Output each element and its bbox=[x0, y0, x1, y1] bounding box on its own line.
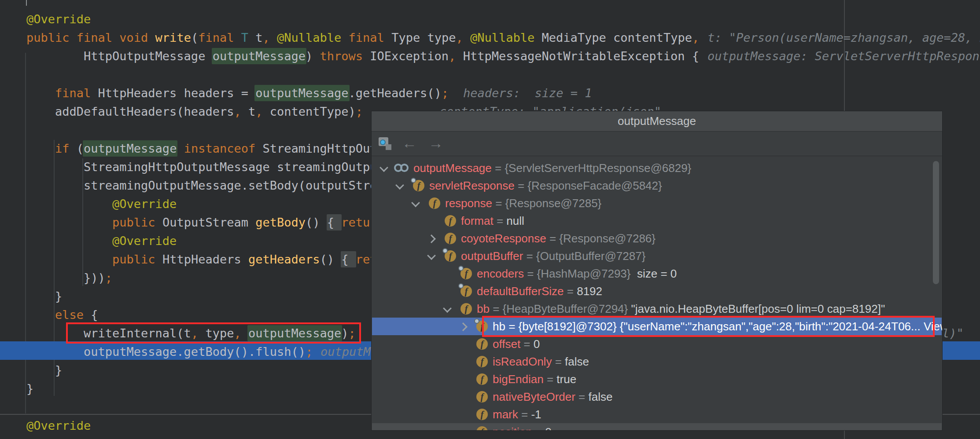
code-segment: public bbox=[112, 252, 155, 266]
variable-row-format[interactable]: fformat = null bbox=[372, 212, 942, 230]
code-line[interactable]: else { bbox=[26, 306, 98, 324]
icon-shape bbox=[386, 144, 391, 150]
code-segment bbox=[341, 31, 348, 44]
variable-value: null bbox=[506, 214, 524, 227]
inline-debugger-hint: outputMessage: ServletServerHttpRespons bbox=[707, 47, 980, 66]
code-line[interactable]: final HttpHeaders headers = outputMessag… bbox=[26, 84, 449, 102]
expanded-chevron-icon[interactable] bbox=[379, 163, 388, 172]
field-icon: f bbox=[476, 338, 488, 350]
variable-name: response bbox=[445, 197, 492, 210]
code-line[interactable]: @Override bbox=[26, 10, 91, 29]
expanded-chevron-icon[interactable] bbox=[411, 198, 420, 207]
code-line[interactable]: protected abstract void writeInternal(T … bbox=[26, 435, 714, 439]
code-line[interactable]: @Override bbox=[26, 417, 91, 435]
variable-reference-value: {ResponseFacade@5842} bbox=[527, 179, 662, 192]
expanded-chevron-icon[interactable] bbox=[427, 251, 436, 260]
variable-reference-value: {Response@7286} bbox=[559, 232, 656, 245]
variables-view-icon[interactable] bbox=[379, 137, 393, 150]
code-segment bbox=[26, 86, 55, 100]
variable-value: size = 0 bbox=[630, 267, 677, 280]
variable-value: false bbox=[589, 390, 613, 403]
expanded-chevron-icon[interactable] bbox=[443, 304, 452, 313]
variable-row-isReadOnly[interactable]: fisReadOnly = false bbox=[372, 353, 942, 370]
code-segment: @Nullable bbox=[470, 31, 534, 44]
collapsed-chevron-icon[interactable] bbox=[459, 322, 468, 331]
code-segment bbox=[463, 31, 470, 44]
variable-row-offset[interactable]: foffset = 0 bbox=[372, 335, 942, 353]
code-line[interactable]: } bbox=[26, 361, 62, 380]
code-line[interactable]: } bbox=[26, 380, 33, 398]
variable-name: bb bbox=[477, 302, 490, 315]
code-line[interactable]: @Override bbox=[26, 195, 177, 213]
back-arrow-icon[interactable]: ← bbox=[401, 132, 418, 156]
forward-arrow-icon[interactable]: → bbox=[427, 132, 445, 156]
code-segment: .getHeaders() bbox=[349, 86, 442, 100]
code-line[interactable]: outputMessage.getBody().flush(); bbox=[26, 343, 313, 361]
code-segment: Type type bbox=[384, 31, 456, 44]
code-segment: HttpMessageNotWritableException { bbox=[456, 49, 699, 63]
variable-text: bb = {HeapByteBuffer@7294} "java.nio.Hea… bbox=[477, 300, 885, 318]
variable-row-bigEndian[interactable]: fbigEndian = true bbox=[372, 370, 942, 388]
inline-debugger-hint: l)" bbox=[942, 324, 964, 343]
collapsed-chevron-icon[interactable] bbox=[427, 234, 436, 243]
pin-icon bbox=[458, 283, 464, 289]
field-icon: f bbox=[445, 233, 456, 244]
variable-row-mark[interactable]: fmark = -1 bbox=[372, 406, 942, 423]
code-line[interactable]: public final void write(final T t, @Null… bbox=[26, 29, 699, 47]
code-segment: getHeaders bbox=[248, 252, 320, 266]
variable-row-bb[interactable]: fbb = {HeapByteBuffer@7294} "java.nio.He… bbox=[372, 300, 942, 318]
variable-name: encoders bbox=[477, 267, 524, 280]
equals-sign: = bbox=[490, 302, 503, 315]
equals-sign: = bbox=[546, 232, 560, 245]
popup-scrollbar-thumb[interactable] bbox=[933, 161, 939, 284]
variable-row-servletResponse[interactable]: fservletResponse = {ResponseFacade@5842} bbox=[372, 177, 942, 194]
variable-value: 8192 bbox=[577, 285, 602, 298]
variable-name: isReadOnly bbox=[493, 355, 552, 368]
code-segment: ) bbox=[306, 49, 320, 63]
variable-row-defaultBufferSize[interactable]: fdefaultBufferSize = 8192 bbox=[372, 282, 942, 300]
occurrence-highlight: outputMessage bbox=[254, 85, 349, 101]
popup-title-bar[interactable]: outputMessage bbox=[372, 111, 942, 132]
variable-text: defaultBufferSize = 8192 bbox=[477, 282, 602, 300]
code-line[interactable]: addDefaultHeaders(headers, t, contentTyp… bbox=[26, 102, 363, 121]
code-segment: () bbox=[320, 252, 342, 266]
variable-row-outputBuffer[interactable]: foutputBuffer = {OutputBuffer@7287} bbox=[372, 247, 942, 265]
variable-row-coyoteResponse[interactable]: fcoyoteResponse = {Response@7286} bbox=[372, 230, 942, 247]
variable-name: defaultBufferSize bbox=[477, 285, 564, 298]
ide-screenshot: { "theme": { "editor_bg": "#2b2d2f", "ke… bbox=[0, 0, 980, 439]
expanded-chevron-icon[interactable] bbox=[395, 181, 404, 190]
code-segment: , bbox=[320, 437, 327, 439]
code-segment bbox=[26, 216, 112, 229]
variable-row-position[interactable]: fposition = 0 bbox=[372, 423, 942, 431]
code-line[interactable]: @Override bbox=[26, 232, 177, 250]
variable-reference-value: {OutputBuffer@7287} bbox=[536, 249, 646, 263]
equals-sign: = bbox=[552, 355, 565, 368]
variable-row-response[interactable]: fresponse = {Response@7285} bbox=[372, 194, 942, 212]
debugger-inspect-popup[interactable]: outputMessage ← → outputMessage = {Servl… bbox=[371, 111, 943, 431]
variable-reference-value: {HashMap@7293} bbox=[537, 267, 631, 280]
variable-row-nativeByteOrder[interactable]: fnativeByteOrder = false bbox=[372, 388, 942, 406]
code-segment: outputMessage.getBody().flush() bbox=[26, 345, 306, 359]
code-segment: @Nullable bbox=[334, 437, 398, 439]
code-segment: , bbox=[262, 31, 269, 44]
code-segment: () bbox=[306, 216, 327, 229]
text-caret bbox=[26, 0, 27, 6]
variable-name: servletResponse bbox=[429, 179, 515, 192]
code-segment: } bbox=[26, 289, 62, 303]
equals-sign: = bbox=[575, 390, 589, 403]
code-segment: t bbox=[306, 437, 320, 439]
code-line[interactable]: } bbox=[26, 287, 62, 306]
code-segment: @Override bbox=[112, 234, 177, 248]
field-icon: f bbox=[445, 215, 456, 227]
code-segment bbox=[234, 31, 241, 44]
code-line[interactable]: })); bbox=[26, 269, 112, 287]
code-segment: ; bbox=[105, 271, 112, 285]
variable-text: nativeByteOrder = false bbox=[493, 388, 612, 406]
code-segment: HttpOutputMessage bbox=[26, 49, 213, 63]
variable-row-outputMessage[interactable]: outputMessage = {ServletServerHttpRespon… bbox=[372, 159, 942, 177]
code-segment: { bbox=[327, 214, 342, 230]
code-segment: IOException bbox=[363, 49, 449, 63]
code-line[interactable]: HttpOutputMessage outputMessage) throws … bbox=[26, 47, 699, 66]
variable-row-encoders[interactable]: fencoders = {HashMap@7293} size = 0 bbox=[372, 265, 942, 282]
variable-text: offset = 0 bbox=[493, 335, 540, 353]
